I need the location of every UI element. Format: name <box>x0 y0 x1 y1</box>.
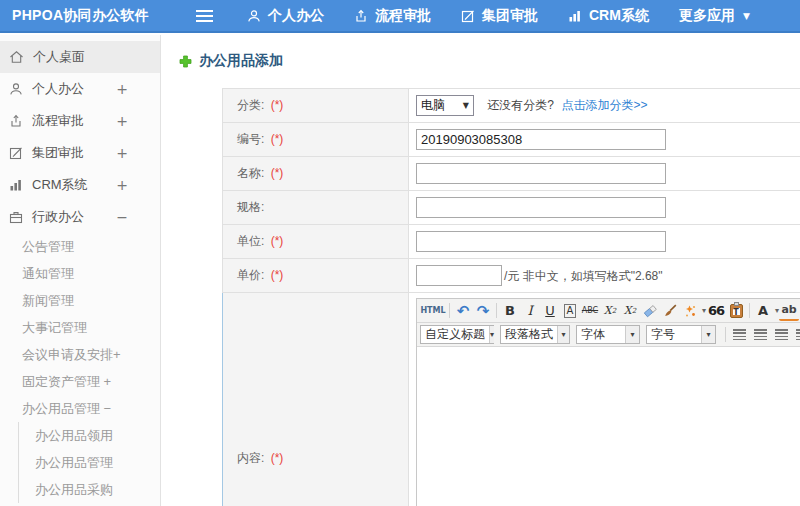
sidebar-item-personal-office[interactable]: 个人办公 + <box>0 73 160 105</box>
top-header: PHPOA协同办公软件 个人办公 流程审批 集团审批 CRM系统 <box>0 0 800 33</box>
add-category-link[interactable]: 点击添加分类>> <box>561 98 647 112</box>
required-mark: (*) <box>271 132 284 146</box>
form-row-unit: 单位: (*) <box>223 225 800 259</box>
sidebar-item-admin-office[interactable]: 行政办公 − <box>0 201 160 233</box>
form-row-spec: 规格: <box>223 191 800 225</box>
sidebar-item-workflow-approval[interactable]: 流程审批 + <box>0 105 160 137</box>
name-input[interactable] <box>416 163 666 184</box>
sidebar-item-desktop[interactable]: 个人桌面 <box>0 41 160 73</box>
spec-input[interactable] <box>416 197 666 218</box>
expand-toggle[interactable]: − <box>116 209 128 225</box>
font-color-button[interactable]: A <box>753 301 773 321</box>
align-justify-icon[interactable] <box>796 329 800 340</box>
nav-crm-system[interactable]: CRM系统 <box>568 7 649 25</box>
expand-toggle[interactable]: + <box>116 145 128 161</box>
sidebar-item-supplies-claim[interactable]: 办公用品领用 <box>19 422 160 449</box>
nav-label: CRM系统 <box>589 7 649 25</box>
form-row-price: 单价: (*) /元 非中文，如填写格式"2.68" <box>223 259 800 293</box>
sparkle-wand-icon <box>683 304 697 318</box>
highlight-color-button[interactable]: ab <box>779 301 799 321</box>
paintbrush-icon <box>663 304 677 318</box>
font-border-button[interactable]: A <box>560 301 580 321</box>
select-arrow-icon: ▾ <box>557 326 569 343</box>
font-size-select[interactable]: 字号 ▾ <box>646 325 716 344</box>
code-input[interactable] <box>416 129 666 150</box>
sidebar-item-announcement[interactable]: 公告管理 <box>0 233 160 260</box>
align-right-icon[interactable] <box>775 329 788 340</box>
sidebar-item-supplies-manage[interactable]: 办公用品管理 <box>19 449 160 476</box>
toolbar-separator <box>496 303 497 318</box>
required-mark: (*) <box>271 451 284 465</box>
category-selected-value: 电脑 <box>421 97 445 114</box>
category-select[interactable]: 电脑 ▼ <box>416 95 474 116</box>
format-brush-button[interactable] <box>660 301 680 321</box>
required-mark: (*) <box>271 268 284 282</box>
sidebar-submenu-office-supplies: 办公用品领用 办公用品管理 办公用品采购 <box>18 422 160 503</box>
sidebar-item-crm[interactable]: CRM系统 + <box>0 169 160 201</box>
align-left-icon[interactable] <box>733 329 746 340</box>
superscript-button[interactable]: X2 <box>600 301 620 321</box>
nav-label: 更多应用 <box>679 7 735 25</box>
sidebar-item-memorabilia[interactable]: 大事记管理 <box>0 314 160 341</box>
remove-format-eraser-button[interactable] <box>640 301 660 321</box>
app-logo[interactable]: PHPOA协同办公软件 <box>0 7 178 25</box>
subscript-button[interactable]: X2 <box>620 301 640 321</box>
sidebar-item-label: 个人桌面 <box>33 48 85 66</box>
field-label: 名称: <box>237 166 264 180</box>
nav-personal-office[interactable]: 个人办公 <box>247 7 324 25</box>
select-arrow-icon: ▾ <box>489 326 494 343</box>
sidebar-item-meeting[interactable]: 会议申请及安排+ <box>0 341 160 368</box>
nav-label: 流程审批 <box>375 7 431 25</box>
sidebar-item-supplies-purchase[interactable]: 办公用品采购 <box>19 476 160 503</box>
nav-workflow-approval[interactable]: 流程审批 <box>354 7 431 25</box>
field-label: 单价: <box>237 268 264 282</box>
expand-toggle[interactable]: + <box>116 113 128 129</box>
auto-typeset-button[interactable] <box>680 301 700 321</box>
blockquote-button[interactable]: 66 <box>706 301 726 321</box>
expand-toggle[interactable]: + <box>116 177 128 193</box>
sidebar-item-group-approval[interactable]: 集团审批 + <box>0 137 160 169</box>
bold-button[interactable]: B <box>500 301 520 321</box>
html-source-button[interactable]: HTML <box>420 301 446 321</box>
workflow-icon <box>354 9 368 23</box>
editor-content-area[interactable] <box>417 347 800 506</box>
redo-button[interactable]: ↷ <box>473 301 493 321</box>
nav-label: 个人办公 <box>268 7 324 25</box>
sidebar-item-fixed-assets[interactable]: 固定资产管理 + <box>0 368 160 395</box>
expand-toggle[interactable]: + <box>116 81 128 97</box>
sidebar-item-news[interactable]: 新闻管理 <box>0 287 160 314</box>
sidebar-item-label: 个人办公 <box>32 80 84 98</box>
strikethrough-button[interactable]: ABC <box>580 301 600 321</box>
required-mark: (*) <box>271 98 284 112</box>
field-label: 分类: <box>237 98 264 112</box>
hamburger-menu-icon[interactable] <box>196 10 213 22</box>
field-label: 单位: <box>237 234 264 248</box>
toolbar-separator <box>749 303 750 318</box>
select-value: 字体 <box>581 326 605 343</box>
nav-label: 集团审批 <box>482 7 538 25</box>
field-label: 规格: <box>237 200 264 214</box>
unit-input[interactable] <box>416 231 666 252</box>
sidebar-item-office-supplies[interactable]: 办公用品管理 − <box>0 395 160 422</box>
italic-button[interactable]: I <box>520 301 540 321</box>
custom-title-select[interactable]: 自定义标题 ▾ <box>420 325 494 344</box>
nav-more-apps[interactable]: 更多应用 ▼ <box>679 7 750 25</box>
nav-group-approval[interactable]: 集团审批 <box>461 7 538 25</box>
user-icon <box>247 9 261 23</box>
form-row-category: 分类: (*) 电脑 ▼ 还没有分类? 点击添加分类>> <box>223 89 800 123</box>
category-hint: 还没有分类? <box>487 98 554 112</box>
underline-button[interactable]: U <box>540 301 560 321</box>
paste-plain-text-button[interactable]: T <box>726 301 746 321</box>
select-value: 自定义标题 <box>425 326 485 343</box>
field-label: 编号: <box>237 132 264 146</box>
undo-button[interactable]: ↶ <box>453 301 473 321</box>
price-input[interactable] <box>416 265 502 286</box>
page-title-text: 办公用品添加 <box>199 52 283 70</box>
editor-toolbar-row2: 自定义标题 ▾ 段落格式 ▾ 字体 ▾ 字号 ▾ <box>417 323 800 347</box>
align-center-icon[interactable] <box>754 329 767 340</box>
main-content: 办公用品添加 分类: (*) 电脑 ▼ 还没有分类? 点击添加分类>> 编号: … <box>162 35 800 506</box>
paragraph-format-select[interactable]: 段落格式 ▾ <box>500 325 570 344</box>
font-family-select[interactable]: 字体 ▾ <box>576 325 640 344</box>
sidebar: 个人桌面 个人办公 + 流程审批 + 集团审批 + CRM系统 + 行政办公 − <box>0 35 161 506</box>
sidebar-item-notice[interactable]: 通知管理 <box>0 260 160 287</box>
